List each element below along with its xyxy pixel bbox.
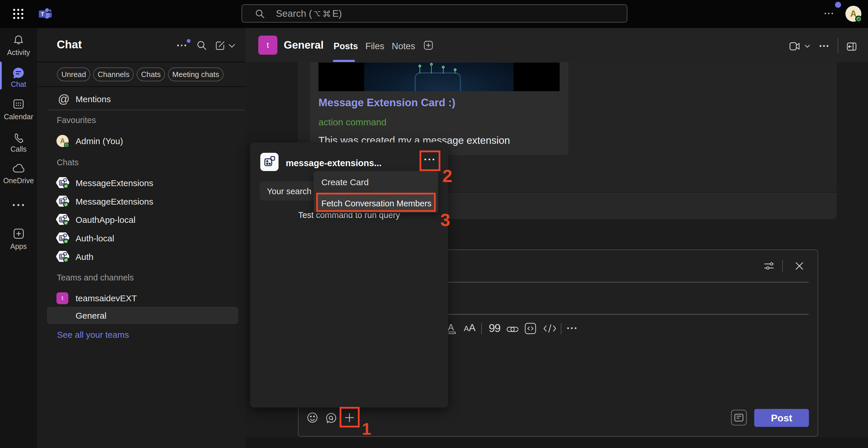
svg-text:T: T [41,11,44,17]
